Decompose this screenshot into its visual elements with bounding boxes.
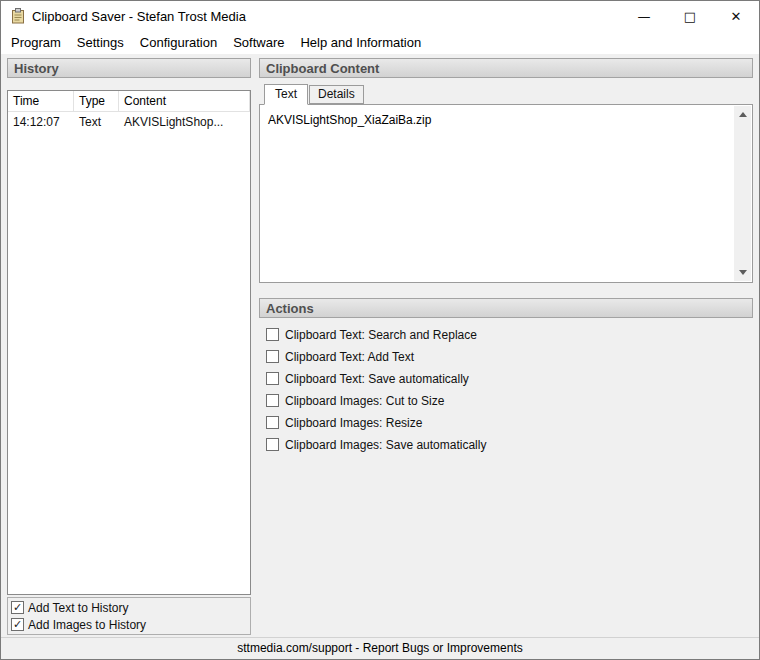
window-title: Clipboard Saver - Stefan Trost Media bbox=[32, 9, 246, 24]
actions-header: Actions bbox=[259, 298, 753, 318]
cell-time: 14:12:07 bbox=[8, 112, 74, 132]
action-add-text[interactable]: Clipboard Text: Add Text bbox=[266, 349, 753, 364]
history-panel: History Time Type Content 14:12:07 Text … bbox=[7, 58, 251, 635]
action-resize[interactable]: Clipboard Images: Resize bbox=[266, 415, 753, 430]
main-area: History Time Type Content 14:12:07 Text … bbox=[1, 54, 759, 637]
action-images-save-automatically-label: Clipboard Images: Save automatically bbox=[285, 438, 486, 452]
tab-details[interactable]: Details bbox=[309, 85, 364, 104]
action-search-and-replace-checkbox[interactable] bbox=[266, 328, 279, 341]
maximize-icon: □ bbox=[684, 9, 696, 24]
window-controls: — □ ✕ bbox=[621, 1, 759, 31]
menu-settings[interactable]: Settings bbox=[69, 31, 132, 54]
actions-list: Clipboard Text: Search and Replace Clipb… bbox=[259, 318, 753, 459]
action-images-save-automatically-checkbox[interactable] bbox=[266, 438, 279, 451]
menu-configuration[interactable]: Configuration bbox=[132, 31, 225, 54]
add-text-to-history-checkbox[interactable] bbox=[11, 601, 24, 614]
cell-content: AKVISLightShop... bbox=[119, 112, 250, 132]
menu-software[interactable]: Software bbox=[225, 31, 292, 54]
history-list[interactable]: Time Type Content 14:12:07 Text AKVISLig… bbox=[7, 90, 251, 595]
menu-program[interactable]: Program bbox=[3, 31, 69, 54]
cell-type: Text bbox=[74, 112, 119, 132]
clipboard-content-header: Clipboard Content bbox=[259, 58, 753, 78]
scroll-up-icon bbox=[739, 112, 747, 117]
clipboard-text-area[interactable]: AKVISLightShop_XiaZaiBa.zip bbox=[259, 104, 753, 283]
add-images-to-history-label: Add Images to History bbox=[28, 618, 146, 632]
action-text-save-automatically-checkbox[interactable] bbox=[266, 372, 279, 385]
menu-bar: Program Settings Configuration Software … bbox=[1, 31, 759, 54]
vertical-scrollbar[interactable] bbox=[734, 106, 751, 281]
action-add-text-label: Clipboard Text: Add Text bbox=[285, 350, 414, 364]
column-header-type[interactable]: Type bbox=[74, 91, 119, 112]
clipboard-app-icon bbox=[10, 8, 26, 24]
clipboard-content-panel: Clipboard Content Text Details AKVISLigh… bbox=[259, 58, 753, 635]
action-resize-checkbox[interactable] bbox=[266, 416, 279, 429]
title-bar: Clipboard Saver - Stefan Trost Media — □… bbox=[1, 1, 759, 31]
history-header: History bbox=[7, 58, 251, 78]
close-icon: ✕ bbox=[731, 9, 742, 24]
close-button[interactable]: ✕ bbox=[713, 1, 759, 31]
add-text-to-history-option[interactable]: Add Text to History bbox=[11, 599, 247, 616]
action-cut-to-size[interactable]: Clipboard Images: Cut to Size bbox=[266, 393, 753, 408]
action-images-save-automatically[interactable]: Clipboard Images: Save automatically bbox=[266, 437, 753, 452]
minimize-button[interactable]: — bbox=[621, 1, 667, 31]
history-options: Add Text to History Add Images to Histor… bbox=[7, 597, 251, 635]
minimize-icon: — bbox=[638, 9, 651, 24]
scroll-down-button[interactable] bbox=[734, 264, 751, 281]
tab-text[interactable]: Text bbox=[264, 84, 308, 105]
maximize-button[interactable]: □ bbox=[667, 1, 713, 31]
action-add-text-checkbox[interactable] bbox=[266, 350, 279, 363]
action-cut-to-size-checkbox[interactable] bbox=[266, 394, 279, 407]
clipboard-text-value: AKVISLightShop_XiaZaiBa.zip bbox=[260, 105, 752, 135]
action-search-and-replace[interactable]: Clipboard Text: Search and Replace bbox=[266, 327, 753, 342]
add-text-to-history-label: Add Text to History bbox=[28, 601, 129, 615]
status-bar: sttmedia.com/support - Report Bugs or Im… bbox=[1, 637, 759, 659]
action-cut-to-size-label: Clipboard Images: Cut to Size bbox=[285, 394, 444, 408]
scroll-up-button[interactable] bbox=[734, 106, 751, 123]
action-text-save-automatically-label: Clipboard Text: Save automatically bbox=[285, 372, 469, 386]
action-search-and-replace-label: Clipboard Text: Search and Replace bbox=[285, 328, 477, 342]
add-images-to-history-option[interactable]: Add Images to History bbox=[11, 616, 247, 633]
clipboard-content-tabs: Text Details bbox=[259, 84, 753, 104]
column-header-time[interactable]: Time bbox=[8, 91, 74, 112]
column-header-content[interactable]: Content bbox=[119, 91, 250, 112]
table-row[interactable]: 14:12:07 Text AKVISLightShop... bbox=[8, 112, 250, 132]
scroll-down-icon bbox=[739, 270, 747, 275]
history-table-header: Time Type Content bbox=[8, 91, 250, 112]
app-window: Clipboard Saver - Stefan Trost Media — □… bbox=[0, 0, 760, 660]
action-text-save-automatically[interactable]: Clipboard Text: Save automatically bbox=[266, 371, 753, 386]
action-resize-label: Clipboard Images: Resize bbox=[285, 416, 422, 430]
add-images-to-history-checkbox[interactable] bbox=[11, 618, 24, 631]
menu-help-and-information[interactable]: Help and Information bbox=[292, 31, 429, 54]
status-text: sttmedia.com/support - Report Bugs or Im… bbox=[237, 641, 522, 655]
